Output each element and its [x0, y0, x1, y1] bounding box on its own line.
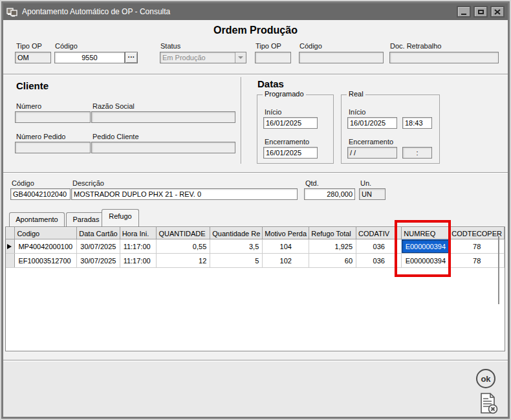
real-encerramento-time-field[interactable]: :	[402, 147, 432, 159]
cell-numreq[interactable]: E000000394	[402, 254, 450, 268]
col-quantidade[interactable]: QUANTIDADE	[157, 228, 210, 239]
chevron-down-icon	[238, 56, 243, 59]
status-combo[interactable]: Em Produção	[160, 52, 246, 63]
tab-refugo[interactable]: Refugo	[102, 209, 139, 227]
cell-hora-ini[interactable]: 11:17:00	[120, 254, 157, 268]
cell-refugo-total[interactable]: 60	[309, 254, 356, 268]
cell-codativ[interactable]: 036	[356, 239, 402, 254]
status-dropdown-button[interactable]	[235, 52, 246, 63]
maximize-button[interactable]	[473, 6, 488, 17]
prog-encerramento-label: Encerramento	[265, 138, 309, 146]
real-title: Real	[347, 90, 365, 98]
codigo2-label: Código	[299, 42, 322, 50]
title-bar[interactable]: Apontamento Automático de OP - Consulta	[3, 3, 508, 20]
cell-codtecoper[interactable]: 78	[450, 239, 505, 254]
row-selector[interactable]	[6, 254, 15, 268]
real-groupbox: Real Início 16/01/2025 18:43 Encerrament…	[341, 94, 440, 164]
ok-button[interactable]: ok	[476, 369, 495, 388]
cell-codigo[interactable]: MP40042000100	[15, 239, 77, 254]
descricao-label: Descrição	[72, 179, 104, 187]
minimize-icon	[461, 14, 466, 15]
tipo-op2-label: Tipo OP	[256, 42, 281, 50]
produto-codigo-field[interactable]: GB40042102040	[10, 188, 71, 200]
real-encerramento-date-field[interactable]: / /	[347, 147, 397, 159]
refugo-grid[interactable]: Codigo Data Cartão Hora Ini. QUANTIDADE …	[6, 227, 505, 268]
real-inicio-date-field[interactable]: 16/01/2025	[347, 117, 397, 129]
cell-codigo[interactable]: EF10003512700	[15, 254, 77, 268]
page-title: Ordem Produção	[3, 25, 508, 36]
cliente-title: Cliente	[16, 80, 49, 91]
cell-refugo-total[interactable]: 1,925	[309, 239, 356, 254]
tipo-op-field[interactable]: OM	[15, 52, 51, 63]
section-divider-3	[3, 360, 508, 361]
codigo2-field[interactable]	[299, 52, 384, 63]
cell-codativ[interactable]: 036	[356, 254, 402, 268]
grid-header-row: Codigo Data Cartão Hora Ini. QUANTIDADE …	[6, 228, 505, 239]
maximize-icon	[478, 10, 484, 14]
cell-motivo-perda[interactable]: 104	[263, 239, 309, 254]
codigo-browse-button[interactable]: ···	[125, 52, 138, 63]
un-label: Un.	[360, 179, 371, 187]
real-encerramento-label: Encerramento	[349, 138, 393, 146]
tipo-op-label: Tipo OP	[16, 42, 42, 50]
razao-social-field[interactable]	[91, 111, 235, 123]
app-window: Apontamento Automático de OP - Consulta …	[1, 1, 510, 419]
section-divider-1	[3, 74, 508, 75]
document-x-icon	[478, 393, 499, 415]
cell-hora-ini[interactable]: 11:17:00	[120, 239, 157, 254]
doc-retrabalho-label: Doc. Retrabalho	[390, 42, 442, 50]
col-codigo[interactable]: Codigo	[15, 228, 77, 239]
col-refugo-total[interactable]: Refugo Total	[309, 228, 356, 239]
un-field[interactable]: UN	[359, 188, 386, 200]
real-inicio-label: Início	[349, 108, 365, 116]
codigo-label: Código	[55, 42, 78, 50]
cell-quantidade-re[interactable]: 3,5	[210, 239, 263, 254]
col-numreq[interactable]: NUMREQ	[402, 228, 450, 239]
cell-quantidade-re[interactable]: 5	[210, 254, 263, 268]
col-codativ[interactable]: CODATIV	[356, 228, 402, 239]
prog-encerramento-field[interactable]: 16/01/2025	[263, 147, 318, 159]
numero-pedido-field[interactable]	[15, 142, 91, 153]
cell-data-cartao[interactable]: 30/07/2025	[77, 239, 120, 254]
delete-document-button[interactable]	[478, 393, 499, 415]
col-quantidade-re[interactable]: Quantidade Re	[210, 228, 263, 239]
row-selector[interactable]	[6, 239, 15, 254]
real-inicio-time-field[interactable]: 18:43	[402, 117, 432, 129]
codigo-field[interactable]: 9550	[54, 52, 125, 63]
col-motivo-perda[interactable]: Motivo Perda	[263, 228, 309, 239]
programado-groupbox: Programado Início 16/01/2025 Encerrament…	[257, 94, 334, 164]
table-row[interactable]: MP40042000100 30/07/2025 11:17:00 0,55 3…	[6, 239, 505, 254]
section-divider-2	[3, 172, 508, 173]
numero-pedido-label: Número Pedido	[16, 133, 65, 140]
col-hora-ini[interactable]: Hora Ini.	[120, 228, 157, 239]
qtd-field[interactable]: 280,000	[304, 188, 355, 200]
window-title: Apontamento Automático de OP - Consulta	[22, 7, 454, 16]
grid-scrollbar[interactable]	[498, 236, 499, 304]
descricao-field[interactable]: MOSTRADOR DUPLO PHX 21 - REV. 0	[71, 188, 298, 200]
selector-header	[6, 228, 15, 239]
produto-codigo-label: Código	[12, 179, 34, 187]
col-codtecoper[interactable]: CODTECOPER	[450, 228, 505, 239]
cell-codtecoper[interactable]: 78	[450, 254, 505, 268]
programado-title: Programado	[263, 90, 306, 98]
pedido-cliente-label: Pedido Cliente	[92, 133, 139, 140]
cell-numreq-selected[interactable]: E000000394	[402, 239, 450, 254]
doc-retrabalho-field[interactable]	[389, 52, 499, 63]
close-button[interactable]	[490, 6, 505, 17]
prog-inicio-field[interactable]: 16/01/2025	[263, 117, 318, 129]
pedido-cliente-field[interactable]	[91, 142, 235, 153]
numero-field[interactable]	[15, 111, 91, 123]
col-data-cartao[interactable]: Data Cartão	[77, 228, 120, 239]
minimize-button[interactable]	[457, 6, 471, 17]
tab-apontamento[interactable]: Apontamento	[9, 212, 65, 227]
cell-data-cartao[interactable]: 30/07/2025	[77, 254, 120, 268]
cell-quantidade[interactable]: 12	[157, 254, 210, 268]
tipo-op2-field[interactable]	[255, 52, 291, 63]
cell-quantidade[interactable]: 0,55	[157, 239, 210, 254]
status-label: Status	[160, 42, 180, 50]
tab-paradas[interactable]: Paradas	[66, 212, 106, 227]
cell-motivo-perda[interactable]: 102	[263, 254, 309, 268]
razao-social-label: Razão Social	[92, 102, 135, 110]
table-row[interactable]: EF10003512700 30/07/2025 11:17:00 12 5 1…	[6, 254, 505, 268]
numero-label: Número	[16, 102, 41, 110]
